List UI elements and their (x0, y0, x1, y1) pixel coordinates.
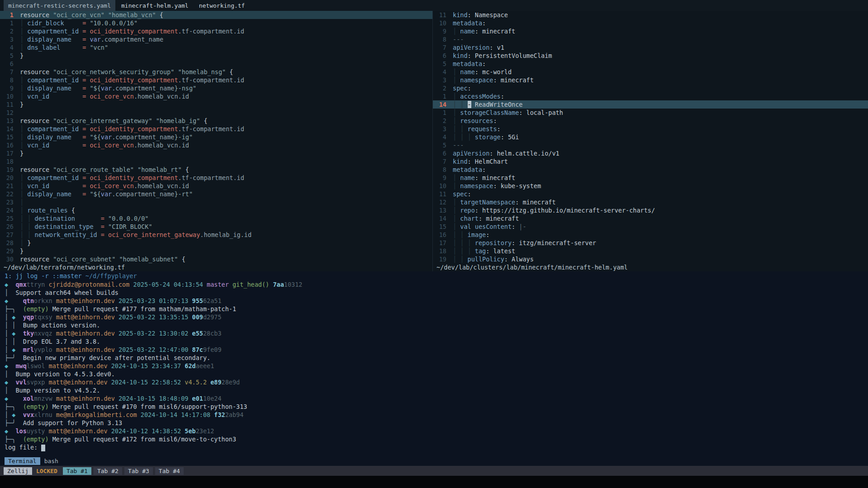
statusline-path-left: ~/dev/lab/terraform/networking.tf (0, 263, 432, 271)
line-number: 24 (0, 206, 14, 214)
code-line: 7apiVersion: v1 (433, 43, 868, 52)
log-line: │ ◆ tkynxvqz matt@einhorn.dev 2025-03-22… (5, 329, 868, 337)
line-number: 10 (433, 19, 446, 27)
screen-bottom-edge (0, 476, 868, 488)
terminal-pane-title: 1: jj log -r ::master ~/d/ffpyplayer (0, 271, 868, 280)
code-line: 23│ (0, 198, 432, 206)
line-number: 19 (0, 166, 14, 174)
shell-prompt[interactable]: log file: (0, 443, 868, 451)
line-number: 10 (433, 182, 446, 190)
line-number: 28 (0, 239, 14, 247)
log-line: │ ◆ yqptqxsy matt@einhorn.dev 2025-03-22… (5, 313, 868, 321)
line-number: 3 (0, 35, 14, 43)
code-line: 4│ │ │ storage: 5Gi (433, 133, 868, 141)
line-number: 26 (0, 223, 14, 231)
log-line: ◆ xolmnzvw matt@einhorn.dev 2024-10-15 1… (5, 394, 868, 403)
code-line: 9│ display_name = "${var.compartment_nam… (0, 84, 432, 92)
code-line: 2│ resources: (433, 117, 868, 125)
code-area-yaml[interactable]: 11kind: Namespace10metadata:9│ name: min… (433, 11, 868, 263)
log-line: │ Bump version to 4.5.3.dev0. (5, 370, 868, 378)
buffer-tab[interactable]: minecraft-restic-secrets.yaml (4, 0, 115, 11)
code-line: 18 (0, 157, 432, 166)
terminal-status-row: Terminal bash (0, 456, 868, 466)
code-line: 5metadata: (433, 60, 868, 68)
zellij-app-label: Zellij (4, 467, 32, 475)
code-line: 5--- (433, 141, 868, 149)
line-number: 30 (0, 255, 14, 263)
buffer-tab[interactable]: networking.tf (194, 0, 250, 11)
log-line: │ ◆ mrlyvplo matt@einhorn.dev 2025-03-22… (5, 346, 868, 354)
prompt-text: log file: (5, 444, 41, 451)
zellij-tab[interactable]: Tab #2 (94, 467, 122, 475)
line-number: 14 (433, 100, 446, 109)
editor-pane-minecraft-helm-yaml: 11kind: Namespace10metadata:9│ name: min… (433, 11, 868, 271)
line-number: 3 (433, 76, 446, 84)
code-line: 24│ route_rules { (0, 206, 432, 214)
code-line: 9│ name: minecraft (433, 27, 868, 35)
line-number: 8 (0, 76, 14, 84)
log-line: ◆ vvlsvpxp matt@einhorn.dev 2024-10-15 2… (5, 378, 868, 386)
locked-mode-indicator: LOCKED (36, 468, 57, 474)
line-number: 9 (433, 174, 446, 182)
log-line: │ ◆ vvxxlrnu me@mirkogalimberti.com 2024… (5, 411, 868, 419)
terminal-pane: 1: jj log -r ::master ~/d/ffpyplayer ◆ q… (0, 271, 868, 466)
zellij-tab[interactable]: Tab #4 (155, 467, 184, 475)
line-number: 1 (433, 109, 446, 117)
terminal-empty-area (0, 451, 868, 456)
line-number: 17 (0, 149, 14, 157)
line-number: 2 (433, 117, 446, 125)
code-line: 11spec: (433, 190, 868, 198)
code-line: 16│ │ image: (433, 231, 868, 239)
shell-name-label: bash (44, 458, 58, 464)
pane-title-path: ~/d/ffpyplayer (82, 272, 137, 280)
code-line: 1│ storageClassName: local-path (433, 109, 868, 117)
code-line: 12 (0, 109, 432, 117)
pane-name-chip: Terminal (5, 457, 40, 465)
pane-title-command: 1: jj log -r ::master (5, 272, 82, 280)
log-line: ◆ qtnorkxn matt@einhorn.dev 2025-03-23 0… (5, 297, 868, 305)
line-number: 6 (433, 52, 446, 60)
code-line: 18│ │ │ tag: latest (433, 247, 868, 255)
terminal-cursor (41, 445, 45, 451)
line-number: 23 (0, 198, 14, 206)
zellij-status-bar: Zellij LOCKED Tab #1Tab #2Tab #3Tab #4 (0, 466, 868, 476)
code-line: 14│ chart: minecraft (433, 214, 868, 223)
cursor-line: 1resource "oci_core_vcn" "homelab_vcn" { (0, 11, 432, 19)
code-line: 13│ repo: https://itzg.github.io/minecra… (433, 206, 868, 214)
code-area-terraform[interactable]: 1resource "oci_core_vcn" "homelab_vcn" {… (0, 11, 432, 263)
code-line: 29} (0, 247, 432, 255)
code-line: 11kind: Namespace (433, 11, 868, 19)
code-line: 7resource "oci_core_network_security_gro… (0, 68, 432, 76)
line-number: 6 (433, 149, 446, 157)
line-number: 11 (0, 100, 14, 109)
code-line: 8│ compartment_id = oci_identity_compart… (0, 76, 432, 84)
line-number: 29 (0, 247, 14, 255)
line-number: 19 (433, 255, 446, 263)
statusline-path-right: ~/dev/lab/clusters/lab/minecraft/minecra… (433, 263, 868, 271)
jj-log-output[interactable]: ◆ qmxttryn cjriddz@protonmail.com 2025-0… (0, 280, 868, 443)
code-line: 20│ compartment_id = oci_identity_compar… (0, 174, 432, 182)
line-number: 16 (0, 141, 14, 149)
log-line: ◆ qmxttryn cjriddz@protonmail.com 2025-0… (5, 280, 868, 289)
log-line: ◆ losuysty matt@einhorn.dev 2024-10-12 1… (5, 427, 868, 435)
buffer-tab[interactable]: minecraft-helm.yaml (117, 0, 193, 11)
code-line: 17│ │ │ repository: itzg/minecraft-serve… (433, 239, 868, 247)
code-line: 8metadata: (433, 166, 868, 174)
line-number: 9 (0, 84, 14, 92)
code-line: 22│ display_name = "${var.compartment_na… (0, 190, 432, 198)
log-line: │ Bump version to v4.5.2. (5, 386, 868, 394)
zellij-tab[interactable]: Tab #1 (63, 467, 91, 475)
line-number: 1 (0, 11, 14, 19)
log-line: │ Support aarch64 wheel builds (5, 289, 868, 297)
zellij-tab[interactable]: Tab #3 (124, 467, 153, 475)
line-number: 11 (433, 11, 446, 19)
code-line: 26│ │ destination_type = "CIDR_BLOCK" (0, 223, 432, 231)
line-number: 4 (433, 133, 446, 141)
code-line: 2│ compartment_id = oci_identity_compart… (0, 27, 432, 35)
line-number: 4 (0, 43, 14, 52)
zellij-tabs: Tab #1Tab #2Tab #3Tab #4 (63, 467, 186, 475)
code-line: 11} (0, 100, 432, 109)
line-number: 22 (0, 190, 14, 198)
line-number: 10 (0, 92, 14, 100)
line-number: 15 (0, 133, 14, 141)
